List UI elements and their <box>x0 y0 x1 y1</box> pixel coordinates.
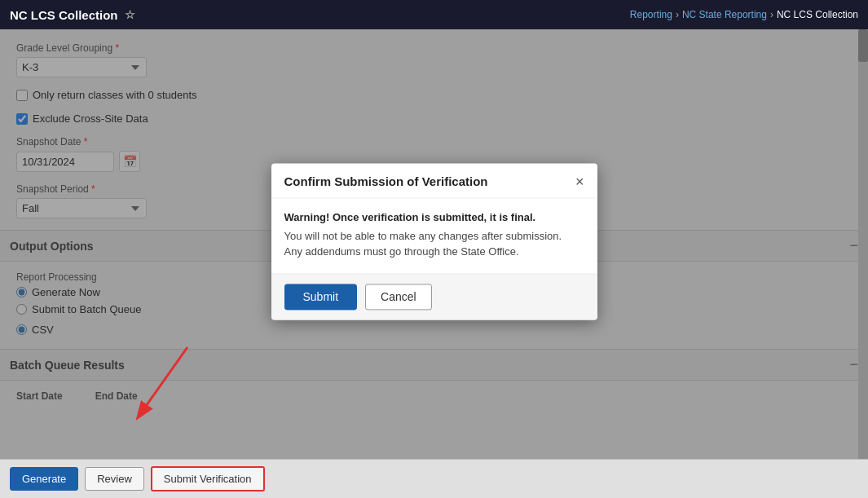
breadcrumb-nc-state-reporting[interactable]: NC State Reporting <box>682 9 767 20</box>
breadcrumb: Reporting › NC State Reporting › NC LCS … <box>630 9 858 20</box>
modal-body: Warning! Once verification is submitted,… <box>271 198 597 273</box>
submit-verification-button[interactable]: Submit Verification <box>151 466 265 491</box>
breadcrumb-current: NC LCS Collection <box>777 9 858 20</box>
breadcrumb-sep-1: › <box>676 9 679 20</box>
modal-cancel-button[interactable]: Cancel <box>365 284 432 310</box>
modal-close-button[interactable]: × <box>575 174 584 189</box>
header-title-area: NC LCS Collection ☆ <box>10 8 135 22</box>
confirmation-modal: Confirm Submission of Verification × War… <box>271 163 597 320</box>
modal-warning-bold: Warning! Once verification is submitted,… <box>284 211 584 223</box>
favorite-star-icon[interactable]: ☆ <box>125 8 135 21</box>
modal-header: Confirm Submission of Verification × <box>271 163 597 198</box>
breadcrumb-reporting[interactable]: Reporting <box>630 9 672 20</box>
modal-footer: Submit Cancel <box>271 273 597 320</box>
footer-toolbar: Generate Review Submit Verification <box>0 459 868 498</box>
generate-button[interactable]: Generate <box>10 467 78 491</box>
modal-submit-button[interactable]: Submit <box>284 284 358 310</box>
modal-title: Confirm Submission of Verification <box>284 174 488 188</box>
breadcrumb-sep-2: › <box>770 9 773 20</box>
page-title: NC LCS Collection <box>10 8 118 22</box>
modal-warning-text: You will not be able to make any changes… <box>284 228 584 260</box>
app-header: NC LCS Collection ☆ Reporting › NC State… <box>0 0 868 29</box>
review-button[interactable]: Review <box>85 467 144 491</box>
